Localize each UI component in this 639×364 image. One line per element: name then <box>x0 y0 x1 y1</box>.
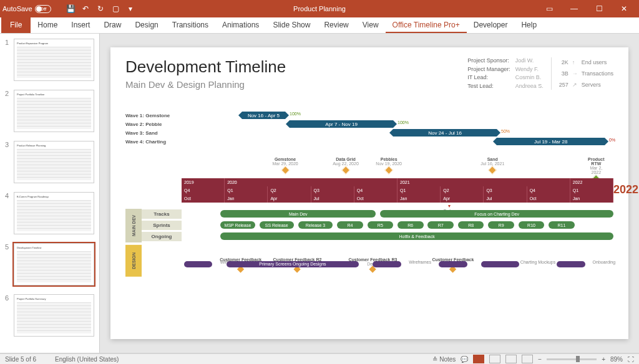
roles-block: Project Sponsor:Jodi W.Project Manager:W… <box>467 57 544 90</box>
ribbon-tab-slide-show[interactable]: Slide Show <box>266 17 317 33</box>
slideshow-view-icon[interactable] <box>522 355 533 363</box>
ribbon-tab-office-timeline-pro-[interactable]: Office Timeline Pro+ <box>386 17 467 33</box>
slide-thumbnails[interactable]: 1Product Expansion Program2Project Portf… <box>0 34 100 353</box>
thumb-2[interactable]: Project Portfolio Timeline <box>14 90 94 132</box>
zoom-level[interactable]: 89% <box>610 356 623 363</box>
big-year-label: 2022 <box>613 183 638 196</box>
ribbon: FileHomeInsertDrawDesignTransitionsAnima… <box>0 17 639 34</box>
ribbon-tab-transitions[interactable]: Transitions <box>165 17 215 33</box>
minimize-icon[interactable]: — <box>562 0 587 17</box>
reading-view-icon[interactable] <box>505 355 517 363</box>
ribbon-tab-file[interactable]: File <box>1 17 31 33</box>
start-slideshow-icon[interactable]: ▢ <box>111 4 120 13</box>
zoom-slider[interactable] <box>547 358 597 360</box>
ribbon-tab-design[interactable]: Design <box>128 17 165 33</box>
ribbon-tab-review[interactable]: Review <box>317 17 355 33</box>
status-bar: Slide 5 of 6 English (United States) ≙ N… <box>0 353 639 364</box>
stats-block: 2K↑End users3B→Transactions257↗Servers <box>559 57 613 90</box>
notes-button[interactable]: ≙ Notes <box>432 356 456 363</box>
redo-icon[interactable]: ↻ <box>96 4 105 13</box>
milestones-row: GemstoneMar 29, 2020Data GridAug 22, 202… <box>182 157 613 176</box>
ribbon-tab-insert[interactable]: Insert <box>64 17 97 33</box>
fit-to-window-icon[interactable]: ⛶ <box>628 356 634 363</box>
thumb-1[interactable]: Product Expansion Program <box>14 39 94 81</box>
titlebar: AutoSave Off 💾 ↶ ↻ ▢ ▾ Product Planning … <box>0 0 639 17</box>
autosave-toggle[interactable]: AutoSave Off <box>2 5 60 13</box>
slide-subtitle: Main Dev & Design Planning <box>125 79 286 90</box>
sorter-view-icon[interactable] <box>489 355 500 363</box>
slide-counter: Slide 5 of 6 <box>5 356 36 363</box>
save-icon[interactable]: 💾 <box>66 4 75 13</box>
qat-more-icon[interactable]: ▾ <box>126 4 135 13</box>
thumb-3[interactable]: Product Release Planning <box>14 141 94 183</box>
ribbon-tab-view[interactable]: View <box>356 17 386 33</box>
thumb-6[interactable]: Project Portfolio Summary <box>14 294 94 337</box>
window-title: Product Planning <box>293 5 346 12</box>
undo-icon[interactable]: ↶ <box>81 4 90 13</box>
normal-view-icon[interactable] <box>473 355 484 363</box>
language[interactable]: English (United States) <box>55 356 119 363</box>
ribbon-tab-home[interactable]: Home <box>31 17 64 33</box>
maindev-section: MAIN DEV TracksMain DevFocus on Charting… <box>125 209 613 242</box>
close-icon[interactable]: ✕ <box>612 0 637 17</box>
comments-button[interactable]: 💬 <box>461 356 468 363</box>
ribbon-tab-draw[interactable]: Draw <box>97 17 128 33</box>
maindev-label: MAIN DEV <box>125 209 142 242</box>
time-axis: 2019202020212022 Q4Q1Q2Q3Q4Q1Q2Q3Q4Q1 Oc… <box>182 178 613 203</box>
thumb-4[interactable]: E-Comm Program Roadmap <box>14 192 94 234</box>
design-section: DESIGN Customer FeedbackMar 2Customer Fe… <box>125 245 613 277</box>
ribbon-tab-developer[interactable]: Developer <box>467 17 515 33</box>
ribbon-options-icon[interactable]: ▭ <box>537 0 562 17</box>
slide-title: Development Timeline <box>125 57 286 77</box>
slide-stage: Development Timeline Main Dev & Design P… <box>100 34 639 353</box>
ribbon-tab-help[interactable]: Help <box>514 17 544 33</box>
ribbon-tab-animations[interactable]: Animations <box>215 17 266 33</box>
thumb-5[interactable]: Development Timeline <box>14 243 94 285</box>
maximize-icon[interactable]: ☐ <box>587 0 612 17</box>
current-slide[interactable]: Development Timeline Main Dev & Design P… <box>110 47 628 339</box>
design-label: DESIGN <box>125 245 142 277</box>
waves-chart: Wave 1: GemstoneNov 16 - Apr 5100%Wave 2… <box>125 111 613 146</box>
